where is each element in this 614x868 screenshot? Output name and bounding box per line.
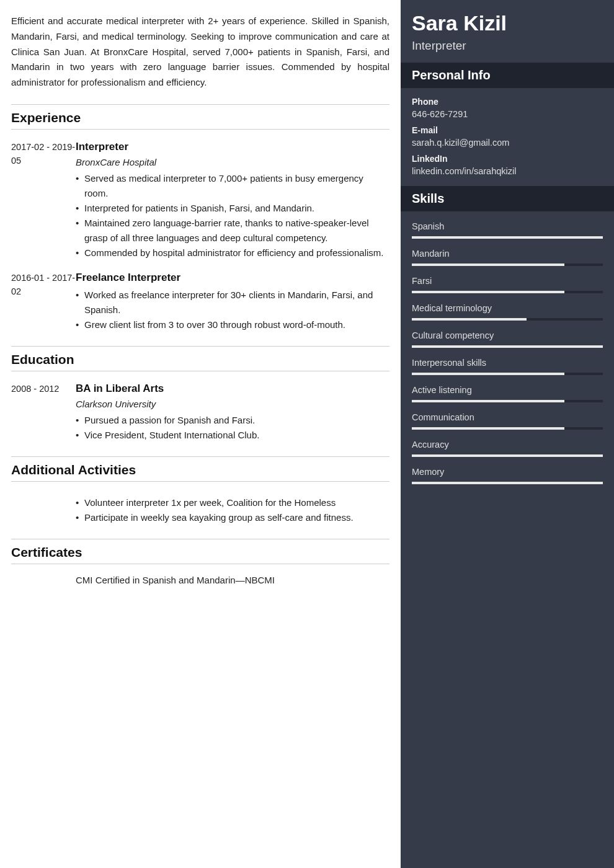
entry-body: Freelance Interpreter Worked as freelanc… xyxy=(76,272,389,332)
skill-fill xyxy=(412,264,564,266)
activities-entry: Volunteer interpreter 1x per week, Coali… xyxy=(11,493,389,525)
personal-info-block: Phone 646-626-7291 E-mail sarah.q.kizil@… xyxy=(401,88,614,186)
skill-item: Active listening xyxy=(412,385,603,402)
skill-fill xyxy=(412,345,603,348)
bullet: Grew client list from 3 to over 30 throu… xyxy=(76,317,389,332)
resume-page: Efficient and accurate medical interpret… xyxy=(0,0,614,868)
skill-name: Medical terminology xyxy=(412,303,603,313)
bullet: Volunteer interpreter 1x per week, Coali… xyxy=(76,495,389,510)
entry-title: BA in Liberal Arts xyxy=(76,383,389,395)
skill-name: Active listening xyxy=(412,385,603,395)
entry-title: Interpreter xyxy=(76,141,389,153)
skill-item: Interpersonal skills xyxy=(412,358,603,375)
personal-info-title: Personal Info xyxy=(401,63,614,88)
skill-name: Mandarin xyxy=(412,249,603,259)
entry-date: 2016-01 - 2017-02 xyxy=(11,272,76,332)
skill-bar xyxy=(412,454,603,457)
entry-body: Interpreter BronxCare Hospital Served as… xyxy=(76,141,389,260)
skill-name: Interpersonal skills xyxy=(412,358,603,368)
skill-item: Cultural competency xyxy=(412,330,603,348)
skill-fill xyxy=(412,454,603,457)
person-name: Sara Kizil xyxy=(412,11,603,35)
summary-text: Efficient and accurate medical interpret… xyxy=(11,14,389,91)
skills-block: Spanish Mandarin Farsi Medical terminolo… xyxy=(401,211,614,495)
skill-fill xyxy=(412,291,564,293)
skill-item: Mandarin xyxy=(412,249,603,266)
entry-bullets: Served as medical interpreter to 7,000+ … xyxy=(76,171,389,260)
section-activities-title: Additional Activities xyxy=(11,456,389,482)
skill-name: Spanish xyxy=(412,221,603,231)
entry-date: 2008 - 2012 xyxy=(11,383,76,443)
phone-value: 646-626-7291 xyxy=(412,109,603,119)
entry-bullets: Pursued a passion for Spanish and Farsi.… xyxy=(76,413,389,443)
bullet: Participate in weekly sea kayaking group… xyxy=(76,510,389,525)
entry-body: Volunteer interpreter 1x per week, Coali… xyxy=(76,493,389,525)
sidebar-header: Sara Kizil Interpreter xyxy=(401,0,614,63)
email-label: E-mail xyxy=(412,125,603,135)
bullet: Commended by hospital administrator for … xyxy=(76,246,389,260)
skill-name: Accuracy xyxy=(412,440,603,450)
bullet: Pursued a passion for Spanish and Farsi. xyxy=(76,413,389,428)
person-role: Interpreter xyxy=(412,39,603,53)
skill-item: Spanish xyxy=(412,221,603,239)
section-certificates-title: Certificates xyxy=(11,539,389,564)
skill-name: Farsi xyxy=(412,276,603,286)
skill-item: Medical terminology xyxy=(412,303,603,321)
skill-fill xyxy=(412,373,564,375)
skill-fill xyxy=(412,427,564,430)
entry-date xyxy=(11,493,76,525)
phone-label: Phone xyxy=(412,97,603,107)
skill-item: Farsi xyxy=(412,276,603,293)
entry-bullets: Worked as freelance interpreter for 30+ … xyxy=(76,288,389,332)
entry-body: BA in Liberal Arts Clarkson University P… xyxy=(76,383,389,443)
sidebar: Sara Kizil Interpreter Personal Info Pho… xyxy=(401,0,614,868)
experience-entry: 2016-01 - 2017-02 Freelance Interpreter … xyxy=(11,272,389,332)
bullet: Served as medical interpreter to 7,000+ … xyxy=(76,171,389,201)
section-experience-title: Experience xyxy=(11,104,389,130)
bullet: Worked as freelance interpreter for 30+ … xyxy=(76,288,389,317)
skill-name: Cultural competency xyxy=(412,330,603,340)
skill-item: Communication xyxy=(412,412,603,430)
entry-title: Freelance Interpreter xyxy=(76,272,389,284)
skill-bar xyxy=(412,345,603,348)
skills-title: Skills xyxy=(401,186,614,211)
skill-bar xyxy=(412,373,603,375)
linkedin-label: LinkedIn xyxy=(412,154,603,164)
education-entry: 2008 - 2012 BA in Liberal Arts Clarkson … xyxy=(11,383,389,443)
skill-fill xyxy=(412,482,603,484)
skill-bar xyxy=(412,318,603,321)
entry-subtitle: Clarkson University xyxy=(76,399,389,409)
entry-bullets: Volunteer interpreter 1x per week, Coali… xyxy=(76,495,389,525)
skill-bar xyxy=(412,400,603,402)
main-column: Efficient and accurate medical interpret… xyxy=(0,0,401,868)
bullet: Interpreted for patients in Spanish, Far… xyxy=(76,201,389,216)
entry-subtitle: BronxCare Hospital xyxy=(76,157,389,167)
entry-date: 2017-02 - 2019-05 xyxy=(11,141,76,260)
experience-entry: 2017-02 - 2019-05 Interpreter BronxCare … xyxy=(11,141,389,260)
skill-bar xyxy=(412,236,603,239)
skill-fill xyxy=(412,400,564,402)
section-education-title: Education xyxy=(11,346,389,371)
skill-bar xyxy=(412,264,603,266)
bullet: Maintained zero language-barrier rate, t… xyxy=(76,216,389,246)
skill-bar xyxy=(412,291,603,293)
skill-fill xyxy=(412,318,527,321)
skill-name: Communication xyxy=(412,412,603,422)
skill-fill xyxy=(412,236,603,239)
skill-bar xyxy=(412,482,603,484)
skill-bar xyxy=(412,427,603,430)
bullet: Vice President, Student International Cl… xyxy=(76,428,389,443)
skill-name: Memory xyxy=(412,467,603,477)
certificate-text: CMI Certified in Spanish and Mandarin—NB… xyxy=(76,573,389,588)
email-value: sarah.q.kizil@gmail.com xyxy=(412,138,603,148)
skill-item: Memory xyxy=(412,467,603,484)
linkedin-value: linkedin.com/in/sarahqkizil xyxy=(412,166,603,176)
skill-item: Accuracy xyxy=(412,440,603,457)
